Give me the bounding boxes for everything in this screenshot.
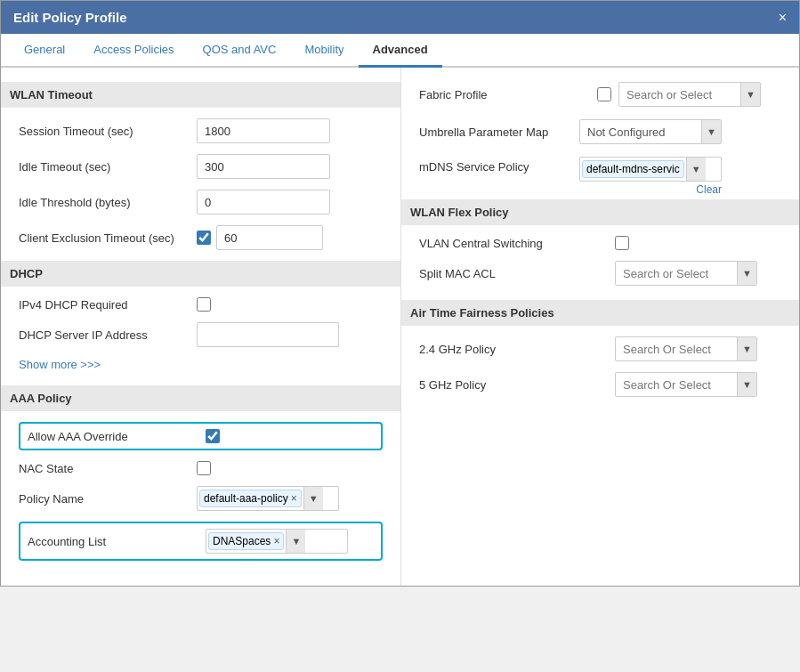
idle-timeout-label: Idle Timeout (sec): [19, 160, 197, 174]
ghz5-select[interactable]: ▼: [615, 372, 757, 397]
allow-aaa-row: Allow AAA Override: [28, 429, 374, 443]
split-mac-dropdown-btn[interactable]: ▼: [737, 262, 756, 285]
mdns-tag-text: default-mdns-servic: [586, 163, 680, 175]
ghz5-row: 5 GHz Policy ▼: [419, 372, 781, 397]
ghz24-row: 2.4 GHz Policy ▼: [419, 336, 781, 361]
idle-timeout-input[interactable]: [197, 154, 330, 179]
client-exclusion-checkbox[interactable]: [197, 231, 211, 245]
ghz24-select[interactable]: ▼: [615, 336, 757, 361]
ipv4-dhcp-checkbox[interactable]: [197, 297, 211, 312]
vlan-switching-checkbox[interactable]: [615, 236, 629, 250]
mdns-dropdown-btn[interactable]: ▼: [686, 158, 706, 181]
session-timeout-row: Session Timeout (sec): [19, 118, 383, 143]
fabric-dropdown-btn[interactable]: ▼: [740, 83, 760, 106]
nac-state-label: NAC State: [19, 462, 197, 475]
modal-body: WLAN Timeout Session Timeout (sec) Idle …: [1, 68, 799, 586]
accounting-list-tag-text: DNASpaces: [213, 535, 271, 547]
idle-threshold-label: Idle Threshold (bytes): [19, 196, 197, 209]
dropdown-arrow-icon: ▼: [309, 493, 319, 504]
dhcp-server-label: DHCP Server IP Address: [19, 328, 197, 342]
split-mac-input[interactable]: [616, 263, 737, 284]
modal-title: Edit Policy Profile: [13, 10, 127, 25]
air-time-header: Air Time Fairness Policies: [401, 300, 799, 326]
mdns-row: mDNS Service Policy default-mdns-servic …: [419, 157, 781, 196]
mdns-tag: default-mdns-servic: [582, 160, 684, 178]
client-exclusion-row: Client Exclusion Timeout (sec): [19, 225, 383, 250]
idle-threshold-input[interactable]: [197, 190, 330, 215]
modal-header: Edit Policy Profile ×: [1, 1, 799, 34]
accounting-list-select[interactable]: DNASpaces × ▼: [206, 529, 348, 554]
accounting-list-tag: DNASpaces ×: [208, 532, 284, 550]
session-timeout-input[interactable]: [197, 118, 330, 143]
right-panel: Fabric Profile ▼ Umbrella Parameter Map: [401, 68, 799, 586]
policy-name-label: Policy Name: [19, 492, 197, 506]
ipv4-dhcp-label: IPv4 DHCP Required: [19, 298, 197, 312]
ghz5-label: 5 GHz Policy: [419, 378, 615, 392]
wlan-flex-header: WLAN Flex Policy: [401, 199, 799, 225]
nac-state-row: NAC State: [19, 461, 383, 475]
tab-access-policies[interactable]: Access Policies: [79, 34, 188, 68]
accounting-list-dropdown-btn[interactable]: ▼: [286, 530, 305, 553]
umbrella-label: Umbrella Parameter Map: [419, 125, 579, 139]
wlan-timeout-header: WLAN Timeout: [1, 82, 400, 108]
tab-general[interactable]: General: [10, 34, 79, 68]
policy-name-select[interactable]: default-aaa-policy × ▼: [197, 486, 339, 511]
client-exclusion-label: Client Exclusion Timeout (sec): [19, 231, 197, 245]
left-panel: WLAN Timeout Session Timeout (sec) Idle …: [1, 68, 401, 586]
mdns-label: mDNS Service Policy: [419, 157, 579, 174]
ghz24-dropdown-btn[interactable]: ▼: [737, 337, 756, 360]
accounting-list-row-highlight: Accounting List DNASpaces × ▼: [19, 522, 383, 561]
ghz5-dropdown-arrow-icon: ▼: [742, 379, 752, 390]
allow-aaa-label: Allow AAA Override: [28, 430, 206, 443]
aaa-policy-header: AAA Policy: [1, 385, 400, 411]
ghz5-dropdown-btn[interactable]: ▼: [737, 373, 756, 396]
allow-aaa-row-highlight: Allow AAA Override: [19, 422, 383, 450]
tab-mobility[interactable]: Mobility: [290, 34, 358, 68]
dhcp-server-row: DHCP Server IP Address: [19, 322, 383, 347]
umbrella-dropdown-btn[interactable]: ▼: [701, 120, 721, 143]
policy-name-tag-text: default-aaa-policy: [204, 492, 288, 505]
nac-state-checkbox[interactable]: [197, 461, 211, 475]
allow-aaa-checkbox[interactable]: [206, 429, 220, 443]
idle-threshold-row: Idle Threshold (bytes): [19, 190, 383, 215]
clear-link[interactable]: Clear: [579, 183, 722, 196]
fabric-profile-label: Fabric Profile: [419, 88, 597, 101]
accounting-dropdown-arrow-icon: ▼: [291, 536, 301, 547]
vlan-switching-row: VLAN Central Switching: [419, 236, 781, 250]
client-exclusion-input[interactable]: [216, 225, 323, 250]
umbrella-select[interactable]: ▼: [579, 119, 722, 144]
split-mac-label: Split MAC ACL: [419, 267, 615, 280]
fabric-profile-input[interactable]: [619, 85, 740, 105]
dhcp-header: DHCP: [1, 261, 400, 287]
mdns-select[interactable]: default-mdns-servic ▼: [579, 157, 722, 182]
umbrella-dropdown-arrow-icon: ▼: [707, 126, 716, 137]
ghz24-label: 2.4 GHz Policy: [419, 343, 615, 356]
dhcp-server-input[interactable]: [197, 322, 339, 347]
fabric-profile-row: Fabric Profile ▼: [419, 82, 781, 107]
vlan-switching-label: VLAN Central Switching: [419, 237, 615, 250]
tab-qos-avc[interactable]: QOS and AVC: [189, 34, 291, 68]
ghz5-input[interactable]: [616, 375, 737, 395]
policy-name-row: Policy Name default-aaa-policy × ▼: [19, 486, 383, 511]
tab-advanced[interactable]: Advanced: [359, 34, 442, 68]
session-timeout-label: Session Timeout (sec): [19, 125, 197, 138]
mdns-dropdown-arrow-icon: ▼: [691, 164, 701, 174]
split-mac-select[interactable]: ▼: [615, 261, 757, 286]
split-mac-dropdown-arrow-icon: ▼: [742, 268, 752, 279]
policy-name-dropdown-btn[interactable]: ▼: [303, 487, 323, 510]
ghz24-input[interactable]: [616, 339, 737, 360]
split-mac-row: Split MAC ACL ▼: [419, 261, 781, 286]
fabric-profile-controls: ▼: [597, 82, 761, 107]
accounting-list-remove-icon[interactable]: ×: [273, 536, 279, 547]
fabric-profile-select[interactable]: ▼: [618, 82, 761, 107]
accounting-list-label: Accounting List: [28, 535, 206, 548]
ghz24-dropdown-arrow-icon: ▼: [742, 344, 752, 354]
umbrella-row: Umbrella Parameter Map ▼: [419, 119, 781, 144]
show-more-link[interactable]: Show more >>>: [19, 358, 383, 371]
fabric-profile-checkbox[interactable]: [597, 87, 611, 101]
close-button[interactable]: ×: [779, 11, 787, 25]
policy-name-remove-icon[interactable]: ×: [291, 493, 297, 504]
fabric-dropdown-arrow-icon: ▼: [746, 89, 756, 100]
umbrella-input[interactable]: [580, 122, 701, 142]
idle-timeout-row: Idle Timeout (sec): [19, 154, 383, 179]
